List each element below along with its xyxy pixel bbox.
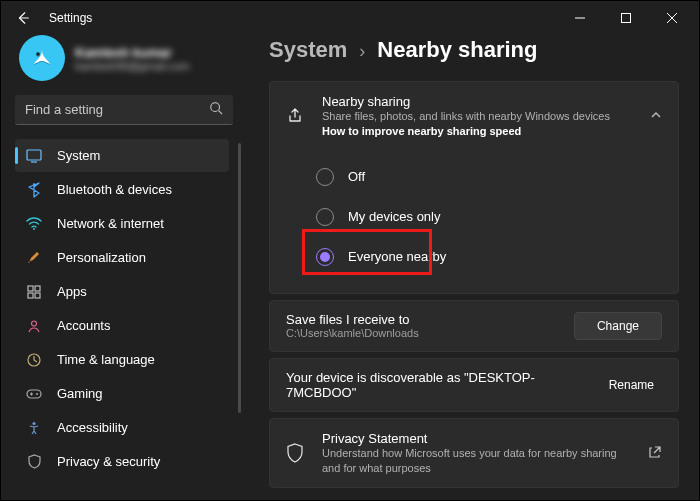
bluetooth-icon [25, 181, 43, 199]
window-maximize-button[interactable] [603, 3, 649, 33]
sidebar-item-accessibility[interactable]: Accessibility [15, 411, 229, 444]
profile-email: kamlesh99@gmail.com [75, 60, 190, 72]
sidebar-item-time-language[interactable]: Time & language [15, 343, 229, 376]
brush-icon [25, 249, 43, 267]
save-location-card: Save files I receive to C:\Users\kamle\D… [269, 300, 679, 352]
radio-off[interactable]: Off [316, 157, 668, 197]
sidebar-item-label: Bluetooth & devices [57, 182, 172, 197]
nearby-sharing-header[interactable]: Nearby sharing Share files, photos, and … [270, 82, 678, 151]
svg-rect-5 [27, 150, 41, 160]
wifi-icon [25, 215, 43, 233]
system-icon [25, 147, 43, 165]
radio-label: Off [348, 169, 365, 184]
share-icon [286, 106, 308, 126]
search-box[interactable] [15, 95, 233, 125]
sidebar-nav: System Bluetooth & devices Network & int… [15, 139, 239, 478]
radio-label: My devices only [348, 209, 440, 224]
sidebar-item-gaming[interactable]: Gaming [15, 377, 229, 410]
sidebar-item-personalization[interactable]: Personalization [15, 241, 229, 274]
svg-rect-14 [27, 390, 41, 398]
sidebar-item-system[interactable]: System [15, 139, 229, 172]
sidebar-item-label: Network & internet [57, 216, 164, 231]
svg-rect-10 [28, 293, 33, 298]
discoverable-text: Your device is discoverable as "DESKTOP-… [286, 370, 601, 400]
close-icon [667, 13, 677, 23]
clock-icon [25, 351, 43, 369]
privacy-subtitle: Understand how Microsoft uses your data … [322, 446, 638, 476]
svg-point-12 [32, 321, 37, 326]
radio-my-devices-only[interactable]: My devices only [316, 197, 668, 237]
sidebar-item-apps[interactable]: Apps [15, 275, 229, 308]
accessibility-icon [25, 419, 43, 437]
profile-name: Kamlesh kumar [75, 45, 190, 60]
sidebar-item-label: Gaming [57, 386, 103, 401]
window-title: Settings [49, 11, 92, 25]
shield-icon [286, 443, 308, 463]
nearby-sharing-card: Nearby sharing Share files, photos, and … [269, 81, 679, 294]
sidebar-item-label: Personalization [57, 250, 146, 265]
chevron-up-icon [650, 109, 662, 124]
svg-point-7 [33, 228, 35, 230]
avatar [19, 35, 65, 81]
save-title: Save files I receive to [286, 312, 574, 327]
titlebar: Settings [1, 1, 699, 35]
privacy-statement-card[interactable]: Privacy Statement Understand how Microso… [269, 418, 679, 489]
maximize-icon [621, 13, 631, 23]
discoverable-card: Your device is discoverable as "DESKTOP-… [269, 358, 679, 412]
sidebar-item-label: System [57, 148, 100, 163]
svg-line-4 [219, 111, 223, 115]
radio-button-icon [316, 208, 334, 226]
change-button[interactable]: Change [574, 312, 662, 340]
sidebar-item-label: Accounts [57, 318, 110, 333]
sidebar-item-privacy[interactable]: Privacy & security [15, 445, 229, 478]
sidebar-item-label: Privacy & security [57, 454, 160, 469]
sidebar-item-accounts[interactable]: Accounts [15, 309, 229, 342]
sidebar-item-bluetooth[interactable]: Bluetooth & devices [15, 173, 229, 206]
svg-rect-9 [35, 286, 40, 291]
breadcrumb-parent[interactable]: System [269, 37, 347, 63]
open-external-icon [648, 445, 662, 462]
radio-button-icon [316, 168, 334, 186]
svg-point-15 [36, 393, 38, 395]
card-title: Nearby sharing [322, 94, 650, 109]
sidebar: Kamlesh kumar kamlesh99@gmail.com System… [1, 35, 247, 501]
sidebar-item-network[interactable]: Network & internet [15, 207, 229, 240]
svg-point-16 [33, 422, 36, 425]
radio-label: Everyone nearby [348, 249, 446, 264]
search-input[interactable] [25, 102, 209, 117]
privacy-title: Privacy Statement [322, 431, 638, 446]
radio-button-icon [316, 248, 334, 266]
accounts-icon [25, 317, 43, 335]
back-button[interactable] [11, 6, 35, 30]
radio-everyone-nearby[interactable]: Everyone nearby [316, 237, 668, 277]
svg-rect-1 [622, 14, 631, 23]
svg-point-2 [36, 52, 40, 56]
arrow-left-icon [16, 11, 30, 25]
profile[interactable]: Kamlesh kumar kamlesh99@gmail.com [15, 35, 239, 81]
svg-point-3 [211, 103, 220, 112]
rename-button[interactable]: Rename [601, 372, 662, 398]
window-close-button[interactable] [649, 3, 695, 33]
sidebar-item-label: Apps [57, 284, 87, 299]
window-minimize-button[interactable] [557, 3, 603, 33]
gaming-icon [25, 385, 43, 403]
breadcrumb: System › Nearby sharing [269, 37, 679, 63]
save-path: C:\Users\kamle\Downloads [286, 327, 574, 339]
page-title: Nearby sharing [377, 37, 537, 63]
minimize-icon [575, 13, 585, 23]
chevron-right-icon: › [359, 41, 365, 62]
content: System › Nearby sharing Nearby sharing S… [247, 35, 699, 501]
sidebar-item-label: Time & language [57, 352, 155, 367]
svg-rect-11 [35, 293, 40, 298]
shield-icon [25, 453, 43, 471]
nearby-sharing-options: Off My devices only Everyone nearby [270, 151, 678, 293]
apps-icon [25, 283, 43, 301]
card-subtitle: Share files, photos, and links with near… [322, 110, 610, 122]
sidebar-item-label: Accessibility [57, 420, 128, 435]
help-link[interactable]: How to improve nearby sharing speed [322, 125, 521, 137]
svg-rect-8 [28, 286, 33, 291]
search-icon [209, 101, 223, 118]
